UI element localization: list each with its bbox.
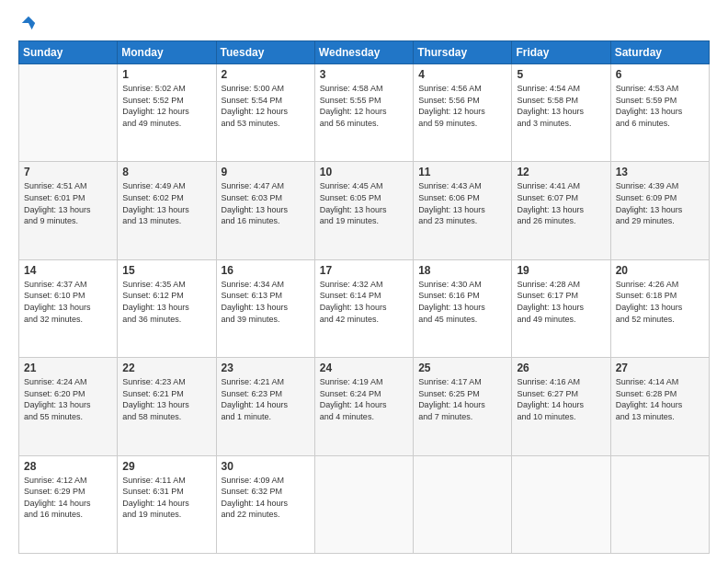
day-number: 6: [616, 68, 704, 81]
calendar-cell: 15Sunrise: 4:35 AM Sunset: 6:12 PM Dayli…: [118, 259, 216, 357]
day-info: Sunrise: 4:09 AM Sunset: 6:32 PM Dayligh…: [222, 475, 310, 521]
calendar-cell: 25Sunrise: 4:17 AM Sunset: 6:25 PM Dayli…: [414, 358, 512, 455]
calendar-week-row: 28Sunrise: 4:12 AM Sunset: 6:29 PM Dayli…: [19, 455, 710, 553]
calendar-cell: 22Sunrise: 4:23 AM Sunset: 6:21 PM Dayli…: [118, 358, 216, 455]
day-info: Sunrise: 4:51 AM Sunset: 6:01 PM Dayligh…: [24, 180, 112, 226]
calendar-cell: 1Sunrise: 5:02 AM Sunset: 5:52 PM Daylig…: [118, 64, 216, 162]
day-number: 11: [418, 166, 506, 178]
day-info: Sunrise: 4:35 AM Sunset: 6:12 PM Dayligh…: [122, 279, 210, 325]
calendar-table: SundayMondayTuesdayWednesdayThursdayFrid…: [18, 40, 710, 554]
day-number: 27: [616, 362, 704, 374]
day-number: 5: [517, 68, 605, 81]
day-info: Sunrise: 4:12 AM Sunset: 6:29 PM Dayligh…: [24, 475, 112, 521]
day-info: Sunrise: 4:54 AM Sunset: 5:58 PM Dayligh…: [517, 83, 605, 129]
calendar-cell: 24Sunrise: 4:19 AM Sunset: 6:24 PM Dayli…: [314, 358, 413, 455]
calendar-week-row: 7Sunrise: 4:51 AM Sunset: 6:01 PM Daylig…: [19, 162, 710, 259]
day-number: 21: [24, 362, 112, 374]
calendar-cell: 16Sunrise: 4:34 AM Sunset: 6:13 PM Dayli…: [216, 259, 314, 357]
page: SundayMondayTuesdayWednesdayThursdayFrid…: [0, 0, 728, 563]
calendar-cell: 5Sunrise: 4:54 AM Sunset: 5:58 PM Daylig…: [512, 64, 610, 162]
day-info: Sunrise: 4:32 AM Sunset: 6:14 PM Dayligh…: [320, 279, 408, 325]
day-info: Sunrise: 4:45 AM Sunset: 6:05 PM Dayligh…: [320, 180, 408, 226]
weekday-header: Wednesday: [314, 41, 413, 64]
day-info: Sunrise: 4:23 AM Sunset: 6:21 PM Dayligh…: [122, 376, 210, 422]
day-info: Sunrise: 4:16 AM Sunset: 6:27 PM Dayligh…: [517, 376, 605, 422]
day-info: Sunrise: 4:26 AM Sunset: 6:18 PM Dayligh…: [616, 279, 704, 325]
logo: [18, 15, 40, 31]
calendar-cell: 26Sunrise: 4:16 AM Sunset: 6:27 PM Dayli…: [512, 358, 610, 455]
day-info: Sunrise: 5:00 AM Sunset: 5:54 PM Dayligh…: [222, 83, 310, 129]
day-info: Sunrise: 4:17 AM Sunset: 6:25 PM Dayligh…: [418, 376, 506, 422]
day-number: 23: [222, 362, 310, 374]
day-info: Sunrise: 4:24 AM Sunset: 6:20 PM Dayligh…: [24, 376, 112, 422]
day-number: 25: [418, 362, 506, 374]
svg-marker-1: [28, 23, 35, 29]
day-info: Sunrise: 4:14 AM Sunset: 6:28 PM Dayligh…: [616, 376, 704, 422]
weekday-header: Friday: [512, 41, 610, 64]
day-info: Sunrise: 4:21 AM Sunset: 6:23 PM Dayligh…: [222, 376, 310, 422]
day-number: 13: [616, 166, 704, 178]
day-number: 14: [24, 264, 112, 277]
day-info: Sunrise: 4:11 AM Sunset: 6:31 PM Dayligh…: [122, 475, 210, 521]
day-number: 18: [418, 264, 506, 277]
calendar-week-row: 14Sunrise: 4:37 AM Sunset: 6:10 PM Dayli…: [19, 259, 710, 357]
day-number: 2: [222, 68, 310, 81]
day-number: 24: [320, 362, 408, 374]
header: [18, 15, 710, 31]
day-number: 30: [222, 460, 310, 473]
calendar-week-row: 1Sunrise: 5:02 AM Sunset: 5:52 PM Daylig…: [19, 64, 710, 162]
day-info: Sunrise: 5:02 AM Sunset: 5:52 PM Dayligh…: [122, 83, 210, 129]
calendar-cell: 8Sunrise: 4:49 AM Sunset: 6:02 PM Daylig…: [118, 162, 216, 259]
day-number: 29: [122, 460, 210, 473]
calendar-cell: 10Sunrise: 4:45 AM Sunset: 6:05 PM Dayli…: [314, 162, 413, 259]
calendar-cell: [19, 64, 118, 162]
calendar-cell: 30Sunrise: 4:09 AM Sunset: 6:32 PM Dayli…: [216, 455, 314, 553]
day-info: Sunrise: 4:49 AM Sunset: 6:02 PM Dayligh…: [122, 180, 210, 226]
calendar-cell: 11Sunrise: 4:43 AM Sunset: 6:06 PM Dayli…: [414, 162, 512, 259]
day-number: 7: [24, 166, 112, 178]
day-info: Sunrise: 4:34 AM Sunset: 6:13 PM Dayligh…: [222, 279, 310, 325]
calendar-cell: 29Sunrise: 4:11 AM Sunset: 6:31 PM Dayli…: [118, 455, 216, 553]
calendar-cell: 19Sunrise: 4:28 AM Sunset: 6:17 PM Dayli…: [512, 259, 610, 357]
day-info: Sunrise: 4:37 AM Sunset: 6:10 PM Dayligh…: [24, 279, 112, 325]
day-number: 12: [517, 166, 605, 178]
day-info: Sunrise: 4:43 AM Sunset: 6:06 PM Dayligh…: [418, 180, 506, 226]
weekday-header: Thursday: [414, 41, 512, 64]
calendar-cell: 27Sunrise: 4:14 AM Sunset: 6:28 PM Dayli…: [610, 358, 709, 455]
calendar-cell: 3Sunrise: 4:58 AM Sunset: 5:55 PM Daylig…: [314, 64, 413, 162]
weekday-header: Sunday: [19, 41, 118, 64]
calendar-cell: 18Sunrise: 4:30 AM Sunset: 6:16 PM Dayli…: [414, 259, 512, 357]
calendar-cell: [414, 455, 512, 553]
calendar-cell: 12Sunrise: 4:41 AM Sunset: 6:07 PM Dayli…: [512, 162, 610, 259]
day-number: 22: [122, 362, 210, 374]
day-number: 9: [222, 166, 310, 178]
day-number: 4: [418, 68, 506, 81]
calendar-cell: 23Sunrise: 4:21 AM Sunset: 6:23 PM Dayli…: [216, 358, 314, 455]
calendar-cell: [314, 455, 413, 553]
calendar-cell: 28Sunrise: 4:12 AM Sunset: 6:29 PM Dayli…: [19, 455, 118, 553]
calendar-cell: 14Sunrise: 4:37 AM Sunset: 6:10 PM Dayli…: [19, 259, 118, 357]
calendar-cell: 9Sunrise: 4:47 AM Sunset: 6:03 PM Daylig…: [216, 162, 314, 259]
day-number: 1: [122, 68, 210, 81]
day-number: 15: [122, 264, 210, 277]
day-number: 10: [320, 166, 408, 178]
day-info: Sunrise: 4:53 AM Sunset: 5:59 PM Dayligh…: [616, 83, 704, 129]
day-info: Sunrise: 4:41 AM Sunset: 6:07 PM Dayligh…: [517, 180, 605, 226]
calendar-cell: 13Sunrise: 4:39 AM Sunset: 6:09 PM Dayli…: [610, 162, 709, 259]
weekday-header: Monday: [118, 41, 216, 64]
day-info: Sunrise: 4:39 AM Sunset: 6:09 PM Dayligh…: [616, 180, 704, 226]
calendar-cell: 4Sunrise: 4:56 AM Sunset: 5:56 PM Daylig…: [414, 64, 512, 162]
day-number: 26: [517, 362, 605, 374]
calendar-cell: 7Sunrise: 4:51 AM Sunset: 6:01 PM Daylig…: [19, 162, 118, 259]
day-info: Sunrise: 4:47 AM Sunset: 6:03 PM Dayligh…: [222, 180, 310, 226]
day-number: 28: [24, 460, 112, 473]
calendar-cell: [610, 455, 709, 553]
day-number: 17: [320, 264, 408, 277]
calendar-cell: 21Sunrise: 4:24 AM Sunset: 6:20 PM Dayli…: [19, 358, 118, 455]
calendar-cell: 17Sunrise: 4:32 AM Sunset: 6:14 PM Dayli…: [314, 259, 413, 357]
logo-icon: [20, 15, 37, 31]
weekday-header: Saturday: [610, 41, 709, 64]
calendar-header-row: SundayMondayTuesdayWednesdayThursdayFrid…: [19, 41, 710, 64]
day-info: Sunrise: 4:58 AM Sunset: 5:55 PM Dayligh…: [320, 83, 408, 129]
day-info: Sunrise: 4:30 AM Sunset: 6:16 PM Dayligh…: [418, 279, 506, 325]
